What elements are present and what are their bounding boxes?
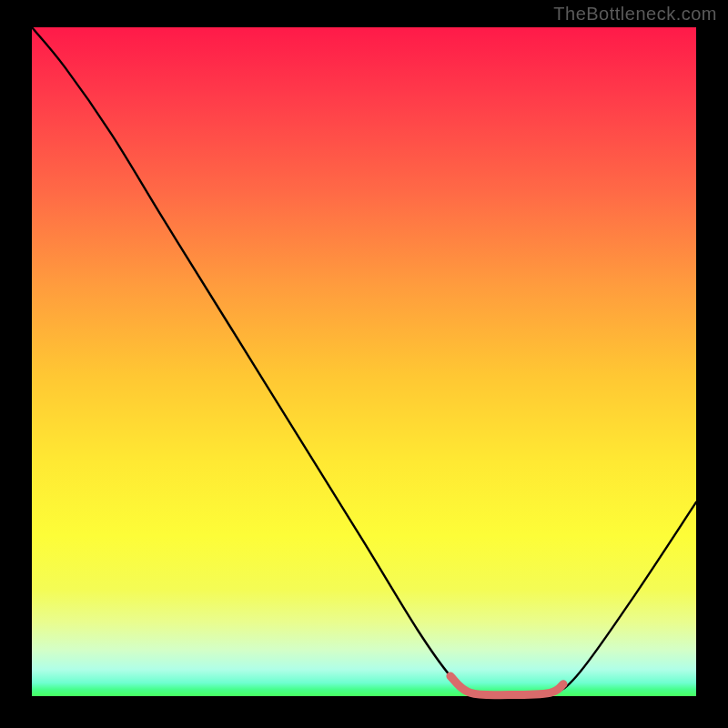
chart-svg bbox=[32, 27, 696, 696]
plot-area bbox=[32, 27, 696, 696]
watermark-text: TheBottleneck.com bbox=[553, 4, 717, 25]
highlight-curve bbox=[450, 676, 563, 695]
main-curve bbox=[32, 27, 696, 695]
chart-frame: TheBottleneck.com bbox=[0, 0, 728, 728]
